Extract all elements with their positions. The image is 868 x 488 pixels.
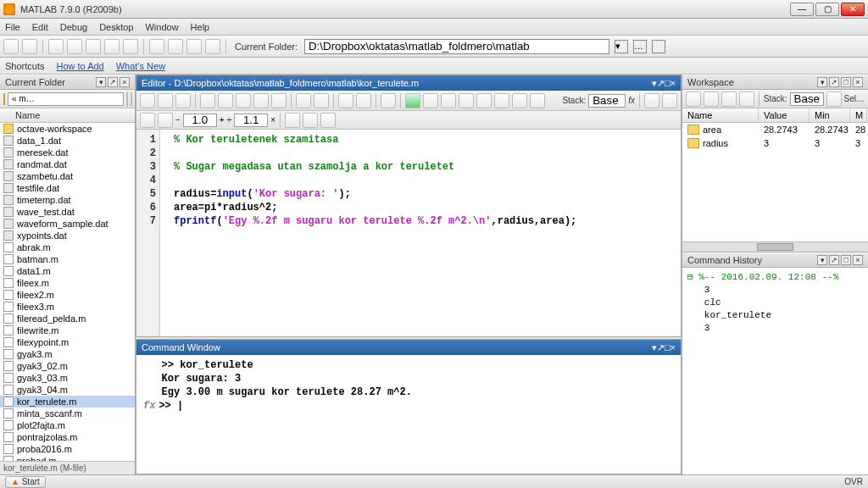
paste-icon[interactable] — [86, 39, 101, 54]
cell-next-icon[interactable] — [303, 113, 318, 128]
stack-select[interactable] — [588, 94, 626, 108]
file-row[interactable]: timetemp.dat — [0, 194, 135, 206]
ws-close-icon[interactable]: × — [853, 77, 863, 87]
profiler-icon[interactable] — [186, 39, 202, 54]
code-source[interactable]: % Kor teruletenek szamitasa% Sugar megad… — [160, 130, 581, 336]
ch-max-icon[interactable]: □ — [841, 255, 851, 265]
file-row[interactable]: plot2fajta.m — [0, 419, 135, 431]
ed-redo-icon[interactable] — [271, 93, 287, 108]
file-row[interactable]: proba2016.m — [0, 443, 135, 455]
file-row[interactable]: kor_terulete.m — [0, 396, 135, 408]
current-folder-input[interactable] — [304, 39, 609, 54]
zoom-plus-input[interactable] — [234, 114, 268, 127]
ws-import-icon[interactable] — [721, 92, 737, 107]
ed-open-icon[interactable] — [158, 93, 173, 108]
file-row[interactable]: pontrajzolas.m — [0, 431, 135, 443]
ed-find-icon[interactable] — [314, 93, 329, 108]
cf-gear-icon[interactable] — [131, 92, 132, 107]
ed-back-icon[interactable] — [338, 93, 353, 108]
ed-step-icon[interactable] — [459, 93, 474, 108]
ws-max-icon[interactable]: □ — [841, 77, 851, 87]
command-history-body[interactable]: ⊟ %-- 2016.02.09. 12:08 --% 3 clc kor_te… — [682, 268, 868, 474]
file-row[interactable]: filexypoint.m — [0, 336, 135, 348]
ws-col-min[interactable]: Min — [810, 108, 850, 122]
menu-file[interactable]: File — [5, 22, 20, 32]
ed-save-icon[interactable] — [175, 93, 191, 108]
ws-col-max[interactable]: M — [850, 108, 867, 122]
ed-fwd-icon[interactable] — [356, 93, 371, 108]
cf-dropdown-icon[interactable]: ▾ — [615, 40, 628, 53]
ws-new-icon[interactable] — [686, 92, 701, 107]
ch-undock-icon[interactable]: ↗ — [829, 255, 839, 265]
file-row[interactable]: filewrite.m — [0, 324, 135, 336]
file-row[interactable]: meresek.dat — [0, 147, 135, 158]
history-item[interactable]: kor_terulete — [687, 309, 863, 322]
file-row[interactable]: octave-workspace — [0, 123, 135, 135]
file-row[interactable]: xypoints.dat — [0, 230, 135, 241]
ch-menu-icon[interactable]: ▾ — [817, 255, 827, 265]
file-list[interactable]: Name octave-workspacedata_1.datmeresek.d… — [0, 108, 135, 461]
file-row[interactable]: fileread_pelda.m — [0, 313, 135, 324]
file-row[interactable]: szambetu.dat — [0, 170, 135, 182]
ed-copy-icon[interactable] — [218, 93, 233, 108]
file-row[interactable]: fileex.m — [0, 277, 135, 289]
zoom-minus-input[interactable] — [183, 114, 217, 127]
cell-prev-icon[interactable] — [285, 113, 300, 128]
file-row[interactable]: batman.m — [0, 253, 135, 265]
ws-col-name[interactable]: Name — [682, 108, 759, 122]
menu-window[interactable]: Window — [145, 22, 178, 32]
guide-icon[interactable] — [168, 39, 183, 54]
menu-desktop[interactable]: Desktop — [99, 22, 133, 32]
file-row[interactable]: minta_sscanf.m — [0, 408, 135, 419]
file-row[interactable]: gyak3_02.m — [0, 360, 135, 372]
ed-fx-icon[interactable] — [381, 93, 396, 108]
file-row[interactable]: data1.m — [0, 265, 135, 277]
cw-undock-icon[interactable]: ↗ — [657, 342, 665, 353]
cw-close-icon[interactable]: × — [670, 342, 676, 352]
ed-stepin-icon[interactable] — [476, 93, 492, 108]
panel-menu-icon[interactable]: ▾ — [96, 77, 106, 87]
whatsnew-link[interactable]: What's New — [116, 61, 165, 71]
menu-help[interactable]: Help — [191, 22, 210, 32]
start-button[interactable]: ▲ Start — [5, 476, 46, 488]
copy-icon[interactable] — [67, 39, 82, 54]
editor-close-icon[interactable]: × — [670, 78, 676, 88]
cell-mode-icon[interactable] — [140, 113, 155, 128]
cell-plus-icon[interactable] — [158, 113, 173, 128]
cell-eval-icon[interactable] — [320, 113, 336, 128]
cf-search-icon[interactable] — [126, 92, 128, 107]
file-row[interactable]: gyak3_04.m — [0, 384, 135, 396]
redo-icon[interactable] — [123, 39, 138, 54]
ed-print-icon[interactable] — [296, 93, 311, 108]
ed-runsection-icon[interactable] — [423, 93, 438, 108]
ws-menu-icon[interactable]: ▾ — [817, 77, 827, 87]
ws-undock-icon[interactable]: ↗ — [829, 77, 839, 87]
minimize-button[interactable]: — — [790, 3, 814, 16]
ws-row[interactable]: area28.274328.274328 — [682, 123, 868, 136]
cf-browse-icon[interactable]: … — [633, 40, 647, 53]
ws-select-label[interactable]: Sel… — [844, 94, 865, 103]
workspace-table[interactable]: Name Value Min M area28.274328.274328rad… — [682, 108, 868, 241]
command-window-body[interactable]: >> kor_terulete Kor sugara: 3 Egy 3.00 m… — [136, 355, 681, 474]
ed-new-icon[interactable] — [140, 93, 155, 108]
file-row[interactable]: randmat.dat — [0, 158, 135, 170]
ws-col-value[interactable]: Value — [759, 108, 810, 122]
ed-run-icon[interactable] — [405, 93, 420, 108]
history-item[interactable]: clc — [687, 297, 863, 309]
ws-scrollbar[interactable] — [682, 241, 868, 252]
file-row[interactable]: abrak.m — [0, 241, 135, 253]
file-row[interactable]: wave_test.dat — [0, 206, 135, 218]
undo-icon[interactable] — [104, 39, 120, 54]
panel-close-icon[interactable]: × — [120, 77, 130, 87]
history-item[interactable]: 3 — [687, 284, 863, 297]
ed-square-icon[interactable] — [644, 93, 659, 108]
editor-undock-icon[interactable]: ↗ — [657, 78, 665, 89]
file-row[interactable]: waveform_sample.dat — [0, 218, 135, 230]
panel-undock-icon[interactable]: ↗ — [108, 77, 118, 87]
ed-stepout-icon[interactable] — [494, 93, 509, 108]
scrollbar-thumb[interactable] — [757, 243, 794, 251]
close-button[interactable]: ✕ — [841, 3, 865, 16]
howto-link[interactable]: How to Add — [56, 61, 103, 71]
cf-address-input[interactable] — [8, 92, 124, 106]
cf-up-icon[interactable] — [652, 40, 665, 53]
